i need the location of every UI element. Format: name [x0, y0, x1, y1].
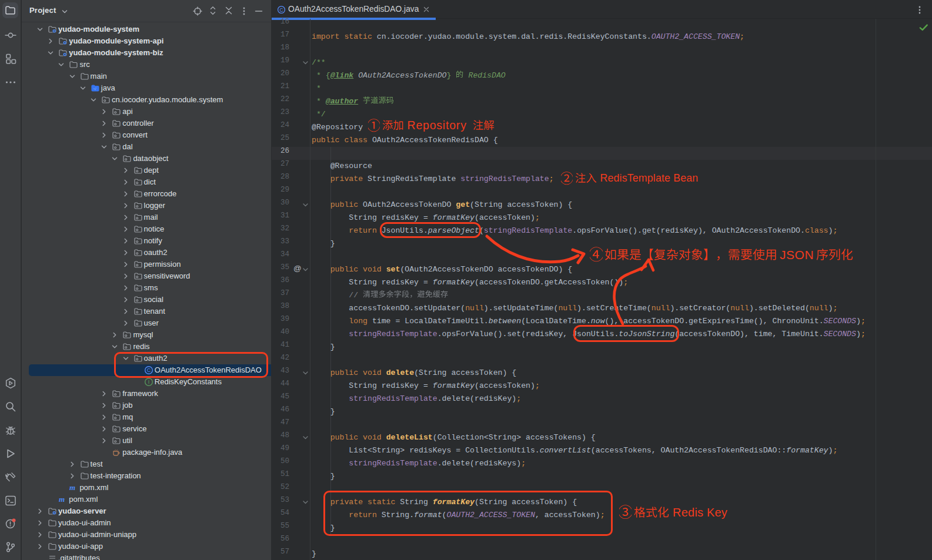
svg-text:m: m — [59, 495, 65, 504]
svg-text:m: m — [69, 483, 75, 492]
svg-text:I: I — [148, 379, 150, 385]
svg-text:C: C — [279, 7, 283, 13]
